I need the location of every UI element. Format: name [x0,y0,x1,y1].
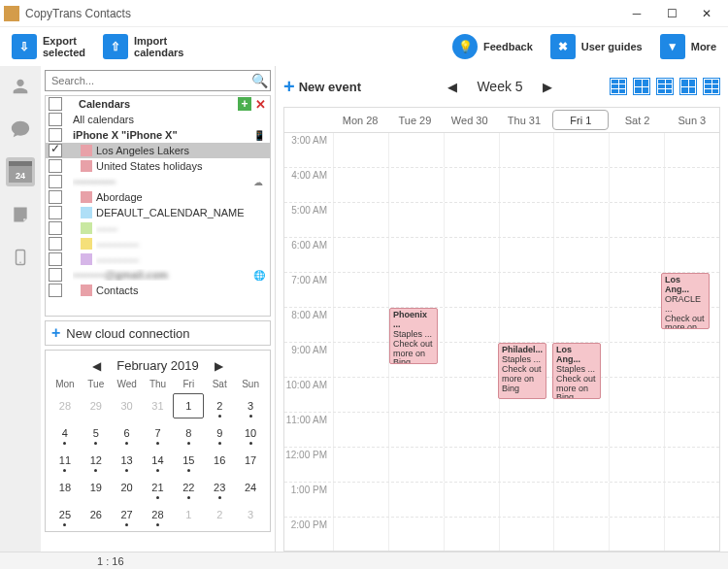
grid-cell[interactable] [333,448,388,482]
close-button[interactable]: ✕ [689,2,724,25]
grid-cell[interactable] [333,168,388,202]
grid-cell[interactable] [333,343,388,377]
calendar-event[interactable]: Phoenix ...Staples ...Check out more on … [389,308,438,364]
calendar-row[interactable]: ————☁ [46,174,270,189]
new-event-button[interactable]: + New event [283,76,361,98]
rail-device[interactable] [6,243,35,272]
mini-day[interactable]: 12 [81,448,112,473]
select-all-checkbox[interactable] [49,97,62,111]
mini-day[interactable]: 18 [50,475,81,500]
grid-cell[interactable] [388,273,444,307]
calendar-checkbox[interactable] [49,221,62,235]
calendar-row[interactable]: Abordage [46,189,270,205]
grid-cell[interactable] [444,518,499,551]
mini-day[interactable]: 20 [112,475,143,500]
grid-cell[interactable] [333,133,388,167]
grid-cell[interactable] [609,238,664,272]
calendar-row[interactable]: United States holidays [46,158,270,174]
mini-day[interactable]: 3 [235,393,266,418]
calendar-event[interactable]: Philadel...Staples ...Check out more on … [498,343,546,399]
grid-cell[interactable] [444,413,499,447]
grid-cell[interactable] [609,308,664,342]
grid-cell[interactable] [388,448,444,482]
day-header[interactable]: Sun 3 [665,108,719,132]
grid-cell[interactable] [609,273,664,307]
mini-day[interactable]: 21 [143,475,174,500]
grid-cell[interactable] [609,413,664,447]
mini-day[interactable]: 16 [204,448,235,473]
mini-day[interactable]: 26 [81,502,112,527]
mini-day[interactable]: 28 [50,393,81,418]
rail-contacts[interactable] [6,72,35,101]
grid-cell[interactable] [499,168,554,202]
grid-cell[interactable] [609,448,664,482]
grid-cell[interactable] [553,168,609,202]
day-header[interactable]: Tue 29 [387,108,442,132]
grid-cell[interactable] [499,203,554,237]
mini-day[interactable]: 23 [204,475,235,500]
mini-day[interactable]: 3 [235,502,266,527]
mini-day[interactable]: 1 [173,393,204,418]
minimize-button[interactable]: ─ [619,2,654,25]
calendar-row[interactable]: DEFAULT_CALENDAR_NAME [46,205,270,220]
calendar-row[interactable]: Los Angeles Lakers [46,143,270,158]
grid-cell[interactable] [444,378,499,412]
grid-cell[interactable] [609,483,664,517]
calendar-event[interactable]: Los Ang...Staples ...Check out more on B… [552,343,601,399]
grid-cell[interactable] [333,238,388,272]
mini-day[interactable]: 17 [235,448,266,473]
grid-cell[interactable] [333,483,388,517]
grid-cell[interactable] [553,308,609,342]
grid-cell[interactable] [664,518,719,551]
grid-cell[interactable] [388,413,444,447]
grid-cell[interactable] [553,448,609,482]
mini-day[interactable]: 4 [50,420,81,446]
calendar-checkbox[interactable] [49,128,62,142]
calendar-checkbox[interactable] [49,268,62,282]
grid-cell[interactable] [388,378,444,412]
calendar-checkbox[interactable] [49,206,62,219]
grid-cell[interactable] [333,203,388,237]
view-btn-1[interactable] [610,78,627,95]
search-box[interactable]: 🔍 [45,70,271,91]
grid-cell[interactable] [499,483,554,517]
mini-day[interactable]: 7 [143,420,174,446]
grid-cell[interactable] [444,168,499,202]
mini-day[interactable]: 25 [50,502,81,527]
calendar-row[interactable]: ———@gmail.com🌐 [46,267,270,283]
day-header[interactable]: Sat 2 [610,108,664,132]
mini-prev-month[interactable]: ◀ [86,359,107,373]
grid-cell[interactable] [499,308,554,342]
grid-cell[interactable] [333,518,388,551]
mini-day[interactable]: 31 [143,393,174,418]
grid-cell[interactable] [664,448,719,482]
more-button[interactable]: ▼ More [656,32,720,61]
grid-cell[interactable] [664,378,719,412]
grid-cell[interactable] [388,168,444,202]
view-btn-3[interactable] [656,78,674,95]
mini-day[interactable]: 2 [204,502,235,527]
search-input[interactable] [46,71,248,90]
grid-cell[interactable] [388,238,444,272]
add-calendar-icon[interactable]: + [238,97,251,111]
grid-cell[interactable] [609,343,664,377]
mini-day[interactable]: 15 [173,448,204,473]
calendar-checkbox[interactable] [49,284,62,297]
day-header[interactable]: Mon 28 [333,108,387,132]
mini-day[interactable]: 8 [173,420,204,446]
grid-cell[interactable] [388,203,444,237]
calendar-checkbox[interactable] [49,175,62,188]
grid-cell[interactable] [388,483,444,517]
calendar-checkbox[interactable] [49,190,62,204]
rail-messages[interactable] [6,115,35,144]
mini-day[interactable]: 24 [235,475,266,500]
view-btn-4[interactable] [679,78,697,95]
calendar-row[interactable]: iPhone X "iPhone X"📱 [46,127,270,143]
maximize-button[interactable]: ☐ [654,2,689,25]
grid-cell[interactable] [499,133,554,167]
calendar-checkbox[interactable] [49,144,62,157]
calendar-row[interactable]: Contacts [46,283,270,298]
calendar-checkbox[interactable] [49,237,62,251]
calendar-row[interactable]: All calendars [46,112,270,127]
grid-cell[interactable] [444,448,499,482]
